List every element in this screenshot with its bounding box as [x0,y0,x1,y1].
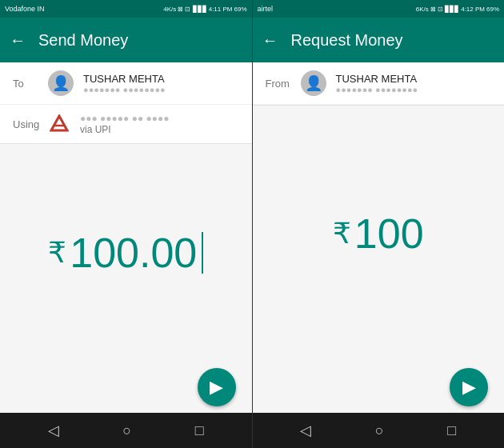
from-label: From [266,78,291,90]
nav-back-right[interactable]: ◁ [300,422,311,439]
bank-name: ●●● ●●●●● ●● ●●●● [80,113,169,124]
contact-sub-right: ●●●●●●● ●●●●●●●● [336,85,418,94]
carrier-name-right: airtel [258,5,274,13]
amount-value-right: 100 [354,210,424,258]
contact-name-left: TUSHAR MEHTA [83,73,166,85]
nav-bar-right: ◁ ○ □ [253,413,505,448]
bank-logo [48,113,70,135]
avatar-icon-right: 👤 [305,74,322,92]
bank-details: ●●● ●●●●● ●● ●●●● via UPI [80,113,169,135]
send-button-left[interactable]: ▶ [198,368,236,406]
send-button-right[interactable]: ▶ [450,368,488,406]
network-speed-right: 6K/s [416,6,429,13]
cursor-left [202,232,203,274]
status-bar-left: Vodafone IN 4K/s ⊠ ⊡ ▊▊▊ 4:11 PM 69% [0,0,252,18]
contact-avatar-left: 👤 [48,70,74,96]
bottom-action-right: ▶ [253,362,505,413]
screen-title-right: Request Money [291,31,403,50]
send-money-screen: Vodafone IN 4K/s ⊠ ⊡ ▊▊▊ 4:11 PM 69% ← S… [0,0,252,448]
using-label: Using [13,118,38,130]
battery-left: 69% [234,6,246,13]
using-row[interactable]: Using ●●● ●●●●● ●● ●●●● via UPI [0,105,252,143]
bank-via: via UPI [80,124,169,135]
info-section-left: To 👤 TUSHAR MEHTA ●●●●●●● ●●●●●●●● Using… [0,62,252,144]
contact-sub-left: ●●●●●●● ●●●●●●●● [83,85,166,94]
time-left: 4:11 PM [209,6,233,13]
rupee-symbol-right: ₹ [333,217,351,250]
to-label: To [13,78,38,90]
amount-display-right: ₹ 100 [333,210,424,258]
send-icon-left: ▶ [210,377,223,398]
contact-info-left: TUSHAR MEHTA ●●●●●●● ●●●●●●●● [83,73,166,94]
svg-marker-0 [51,116,67,130]
status-bar-right-left: 4K/s ⊠ ⊡ ▊▊▊ 4:11 PM 69% [163,6,246,13]
top-bar-right: ← Request Money [253,18,505,62]
nav-home-right[interactable]: ○ [375,422,384,439]
status-icons-left: ⊠ ⊡ ▊▊▊ [178,6,206,13]
to-row: To 👤 TUSHAR MEHTA ●●●●●●● ●●●●●●●● [0,62,252,105]
nav-back-left[interactable]: ◁ [48,422,59,439]
screen-title-left: Send Money [38,31,128,50]
rupee-symbol-left: ₹ [48,236,66,270]
battery-right: 69% [486,6,499,13]
bottom-action-left: ▶ [0,362,252,413]
amount-display-left: ₹ 100.00 [48,229,203,277]
nav-recent-left[interactable]: □ [195,422,204,439]
back-button-right[interactable]: ← [262,31,278,50]
request-money-screen: airtel 6K/s ⊠ ⊡ ▊▊▊ 4:12 PM 69% ← Reques… [253,0,505,448]
status-bar-carrier-left: Vodafone IN [5,5,45,13]
top-bar-left: ← Send Money [0,18,252,62]
time-right: 4:12 PM [461,6,485,13]
status-bar-carrier-right: airtel [258,5,274,13]
avatar-icon-left: 👤 [52,74,70,92]
amount-value-left: 100.00 [70,229,197,277]
nav-bar-left: ◁ ○ □ [0,413,252,448]
amount-section-right: ₹ 100 [253,106,505,362]
from-row: From 👤 TUSHAR MEHTA ●●●●●●● ●●●●●●●● [253,62,505,105]
nav-home-left[interactable]: ○ [122,422,131,439]
amount-section-left: ₹ 100.00 [0,144,252,362]
carrier-name-left: Vodafone IN [5,5,45,13]
status-icons-right: ⊠ ⊡ ▊▊▊ [430,6,459,13]
status-bar-right-right: 6K/s ⊠ ⊡ ▊▊▊ 4:12 PM 69% [416,6,499,13]
contact-name-right: TUSHAR MEHTA [336,73,418,85]
nav-recent-right[interactable]: □ [447,422,456,439]
axis-bank-icon [50,114,69,134]
send-icon-right: ▶ [462,377,476,398]
status-bar-right: airtel 6K/s ⊠ ⊡ ▊▊▊ 4:12 PM 69% [253,0,505,18]
back-button-left[interactable]: ← [10,31,26,50]
contact-avatar-right: 👤 [301,70,326,96]
contact-info-right: TUSHAR MEHTA ●●●●●●● ●●●●●●●● [336,73,418,94]
info-section-right: From 👤 TUSHAR MEHTA ●●●●●●● ●●●●●●●● [253,62,505,106]
network-speed-left: 4K/s [163,6,176,13]
